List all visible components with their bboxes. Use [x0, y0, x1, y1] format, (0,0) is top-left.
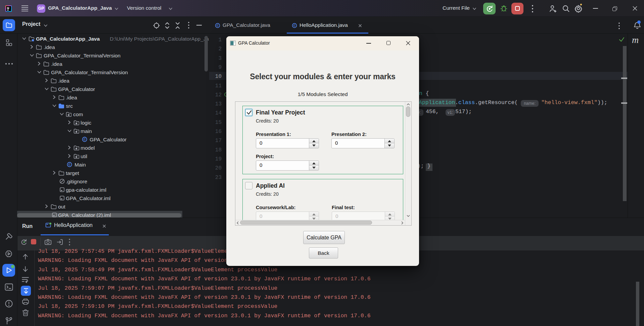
svg-text:C: C: [293, 24, 295, 27]
svg-text:C: C: [217, 24, 219, 27]
